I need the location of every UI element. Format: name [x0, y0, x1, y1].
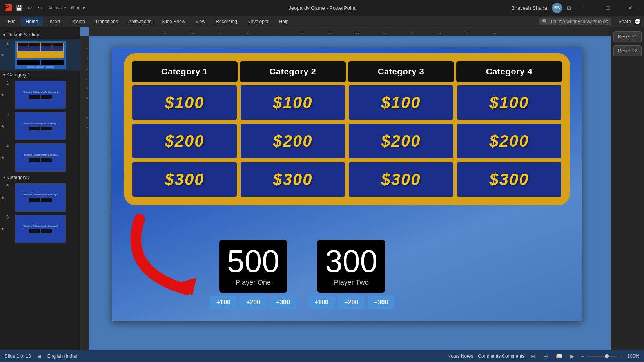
- money-cell-2-200[interactable]: $200: [240, 123, 346, 159]
- money-cell-1-300[interactable]: $300: [132, 161, 238, 197]
- tab-view[interactable]: View: [190, 17, 210, 26]
- score-section: 500 Player One +100 +200 +300 300: [210, 240, 570, 309]
- money-cell-3-200[interactable]: $200: [348, 123, 454, 159]
- money-cell-4-100[interactable]: $100: [456, 85, 562, 121]
- star-icon-3: ★: [1, 124, 4, 129]
- section-category1[interactable]: ▾ Category 1: [0, 71, 80, 79]
- user-name: Bhavesh Shaha: [511, 5, 547, 11]
- player1-name: Player One: [227, 279, 279, 287]
- player2-add100[interactable]: +100: [308, 296, 335, 309]
- save-button[interactable]: 💾: [14, 4, 24, 12]
- slide-thumb-5[interactable]: 5 This is the $100 question for Category…: [0, 182, 80, 213]
- comments-button[interactable]: CommentsComments: [478, 353, 524, 359]
- redo-button[interactable]: ↪: [36, 4, 44, 12]
- slide-num-4: 4: [6, 143, 13, 148]
- money-cell-1-200[interactable]: $200: [132, 123, 238, 159]
- tab-home[interactable]: Home: [21, 17, 43, 26]
- section-category2[interactable]: ▾ Category 2: [0, 173, 80, 182]
- slide-thumb-4[interactable]: 4 This is the $300 question for Category…: [0, 142, 80, 173]
- star-icon-1: ★: [1, 53, 4, 57]
- tab-recording[interactable]: Recording: [211, 17, 242, 26]
- quick-access-toolbar: P 💾 ↩ ↪ Autosave 🖥 ⊞ ▾: [5, 4, 85, 12]
- tab-transitions[interactable]: Transitions: [91, 17, 123, 26]
- search-icon: 🔍: [542, 19, 548, 24]
- zoom-thumb[interactable]: [605, 354, 609, 358]
- notes-button[interactable]: NotesNotes: [448, 353, 473, 359]
- category-header-1: Category 1: [132, 61, 238, 82]
- comments-label: Comments: [502, 353, 524, 359]
- presentation-mode-btn[interactable]: 🖥: [70, 5, 74, 10]
- close-button[interactable]: ✕: [621, 2, 639, 14]
- zoom-minus-btn[interactable]: −: [581, 353, 584, 359]
- slide-num-5: 5: [6, 183, 13, 188]
- section-arrow-default: ▾: [3, 33, 5, 37]
- section-label-cat1: Category 1: [7, 72, 31, 78]
- ruler-vertical: 1 2 3 4 5 6 7 8 9: [80, 36, 89, 350]
- reset-p2-button[interactable]: Reset P2: [613, 45, 642, 56]
- zoom-control: − +: [581, 353, 622, 359]
- zoom-track[interactable]: [586, 356, 617, 357]
- reset-p1-button[interactable]: Reset P1: [613, 31, 642, 42]
- money-cell-4-300[interactable]: $300: [456, 161, 562, 197]
- reading-view-btn[interactable]: 📖: [554, 352, 564, 360]
- tab-animations[interactable]: Animations: [123, 17, 156, 26]
- slide-image-2: This is the $100 question for Category 1: [15, 81, 66, 109]
- slide-num-6: 6: [6, 215, 13, 219]
- user-avatar[interactable]: BS: [552, 3, 562, 13]
- money-cell-2-100[interactable]: $100: [240, 85, 346, 121]
- player2-score-box: 300 Player Two: [317, 240, 385, 293]
- status-bar: Slide 1 of 13 ⊞ English (India) NotesNot…: [0, 350, 644, 362]
- money-cell-1-100[interactable]: $100: [132, 85, 238, 121]
- player1-score-box: 500 Player One: [219, 240, 287, 293]
- section-default[interactable]: ▾ Default Section: [0, 31, 80, 39]
- player2-add200[interactable]: +200: [338, 296, 365, 309]
- tab-developer[interactable]: Developer: [243, 17, 274, 26]
- tab-help[interactable]: Help: [274, 17, 294, 26]
- zoom-plus-btn[interactable]: +: [620, 353, 622, 359]
- customize-btn[interactable]: ⊞: [77, 5, 80, 11]
- section-label-cat2: Category 2: [7, 175, 31, 180]
- player1-add200[interactable]: +200: [240, 296, 267, 309]
- layout-btn[interactable]: ⊡: [567, 5, 571, 11]
- money-cell-3-300[interactable]: $300: [348, 161, 454, 197]
- tab-insert[interactable]: Insert: [44, 17, 65, 26]
- star-icon-6: ★: [1, 227, 4, 231]
- powerpoint-icon: P: [5, 4, 12, 11]
- slide-thumb-6[interactable]: 6 This is the $200 question for Category…: [0, 213, 80, 244]
- tab-design[interactable]: Design: [65, 17, 89, 26]
- minimize-button[interactable]: −: [576, 2, 594, 14]
- search-placeholder: Tell me what you want to do: [550, 19, 608, 24]
- player1-add300[interactable]: +300: [270, 296, 296, 309]
- right-panel: Reset P1 Reset P2: [611, 27, 644, 350]
- section-arrow-cat1: ▾: [3, 73, 5, 77]
- slide-image-4: This is the $300 question for Category 1: [15, 143, 66, 172]
- normal-view-btn[interactable]: ⊞: [529, 352, 537, 360]
- red-arrow: [124, 211, 210, 297]
- ribbon-search[interactable]: 🔍 Tell me what you want to do: [539, 18, 611, 25]
- tab-slideshow[interactable]: Slide Show: [157, 17, 190, 26]
- slide-number-status: Slide 1 of 13: [5, 353, 31, 359]
- share-button[interactable]: Share: [619, 19, 631, 24]
- player1-score: 500: [227, 246, 279, 277]
- comments-ribbon-btn[interactable]: 💬: [634, 18, 641, 25]
- slide-thumb-2[interactable]: 2 This is the $100 question for Category…: [0, 79, 80, 110]
- more-btn[interactable]: ▾: [83, 5, 85, 11]
- maximize-button[interactable]: □: [599, 2, 617, 14]
- category-header-3: Category 3: [348, 61, 454, 82]
- tab-file[interactable]: File: [3, 17, 20, 26]
- slide-image-5: This is the $100 question for Category 2: [15, 183, 66, 212]
- slide-thumb-3[interactable]: 3 This is the $200 question for Category…: [0, 110, 80, 142]
- money-cell-3-100[interactable]: $100: [348, 85, 454, 121]
- category-header-4: Category 4: [456, 61, 562, 82]
- player2-add300[interactable]: +300: [368, 296, 394, 309]
- undo-button[interactable]: ↩: [26, 4, 34, 12]
- money-cell-2-300[interactable]: $300: [240, 161, 346, 197]
- player2-score: 300: [325, 246, 377, 277]
- slide-canvas[interactable]: Category 1 Category 2 Category 3 Categor…: [112, 47, 582, 321]
- money-cell-4-200[interactable]: $200: [456, 123, 562, 159]
- section-label-default: Default Section: [7, 32, 39, 38]
- player1-add100[interactable]: +100: [210, 296, 237, 309]
- slideshow-btn[interactable]: ▶: [569, 352, 576, 360]
- slide-sorter-btn[interactable]: ⊟: [542, 352, 550, 360]
- slide-thumb-1[interactable]: 1: [0, 39, 80, 71]
